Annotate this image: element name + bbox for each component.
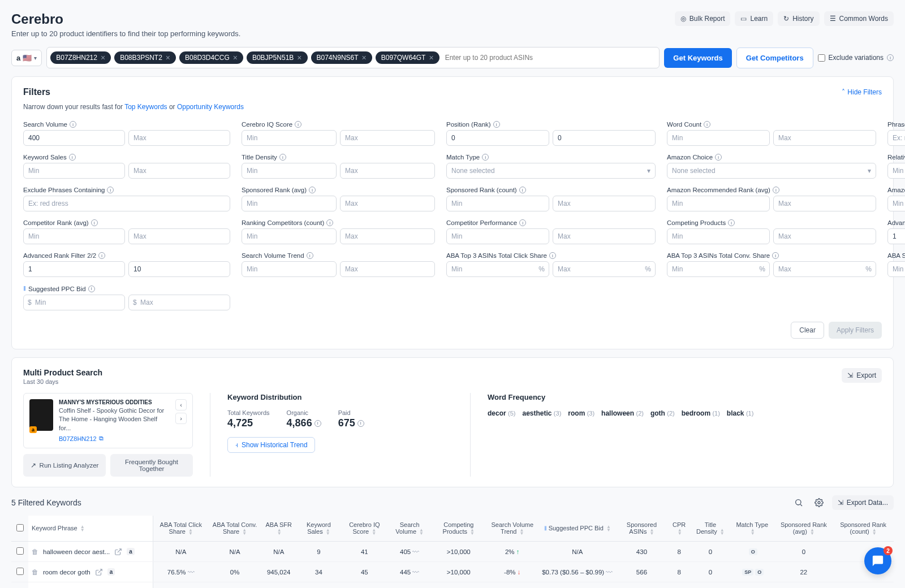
select-input[interactable]: None selected▾ <box>667 163 876 179</box>
freq-word[interactable]: room (3) <box>568 409 594 417</box>
marketplace-selector[interactable]: a 🇺🇸 ▾ <box>11 50 42 66</box>
min-input[interactable] <box>446 261 549 277</box>
get-competitors-button[interactable]: Get Competitors <box>736 47 813 68</box>
remove-chip-icon[interactable]: × <box>101 54 105 62</box>
min-input[interactable] <box>446 196 549 211</box>
column-header[interactable]: Keyword Sales ▲▼ <box>296 516 341 542</box>
select-all-checkbox[interactable] <box>16 524 24 531</box>
amazon-badge[interactable]: a <box>127 548 135 555</box>
column-header[interactable]: ABA Total Click Share ▲▼ <box>153 516 209 542</box>
freq-word[interactable]: black (1) <box>727 409 753 417</box>
min-input[interactable] <box>667 130 770 146</box>
max-input[interactable] <box>553 228 656 244</box>
min-input[interactable] <box>23 261 125 277</box>
exclude-variations-checkbox[interactable]: Exclude variations i <box>818 54 894 62</box>
min-input[interactable] <box>887 163 905 179</box>
chat-fab[interactable]: 2 <box>864 547 891 574</box>
max-input[interactable] <box>340 130 435 146</box>
remove-chip-icon[interactable]: × <box>297 54 301 62</box>
delete-icon[interactable]: 🗑 <box>32 569 38 576</box>
freq-word[interactable]: goth (2) <box>650 409 675 417</box>
max-input[interactable] <box>340 163 435 179</box>
column-header[interactable]: ABA SFR ▲▼ <box>261 516 296 542</box>
external-link-icon[interactable] <box>114 548 122 556</box>
export-button[interactable]: ⇲Export <box>842 368 882 383</box>
max-input[interactable] <box>128 163 230 179</box>
keyword-text[interactable]: room decor goth <box>43 569 90 576</box>
chart-icon[interactable]: 〰 <box>412 569 419 576</box>
opportunity-keywords-link[interactable]: Opportunity Keywords <box>177 103 244 111</box>
min-input[interactable] <box>242 228 337 244</box>
chart-icon[interactable]: 〰 <box>606 569 613 576</box>
remove-chip-icon[interactable]: × <box>429 54 433 62</box>
column-header[interactable]: Search Volume ▲▼ <box>388 516 431 542</box>
freq-word[interactable]: halloween (2) <box>601 409 644 417</box>
row-checkbox[interactable] <box>16 547 24 555</box>
hide-filters-toggle[interactable]: ˄Hide Filters <box>842 88 882 96</box>
column-header[interactable]: Sponsored Rank (avg) ▲▼ <box>775 516 833 542</box>
max-input[interactable] <box>553 261 656 277</box>
min-input[interactable] <box>23 228 125 244</box>
get-keywords-button[interactable]: Get Keywords <box>664 48 731 68</box>
column-header[interactable]: Cerebro IQ Score ▲▼ <box>341 516 389 542</box>
max-input[interactable] <box>773 261 876 277</box>
min-input[interactable] <box>242 163 337 179</box>
product-asin[interactable]: B07Z8HN212⧉ <box>59 435 170 442</box>
min-input[interactable] <box>887 261 905 277</box>
remove-chip-icon[interactable]: × <box>166 54 170 62</box>
max-input[interactable] <box>128 295 230 310</box>
column-header[interactable]: CPR ▲▼ <box>667 516 691 542</box>
max-input[interactable] <box>128 261 230 277</box>
text-input[interactable] <box>887 130 905 146</box>
external-link-icon[interactable] <box>95 568 103 576</box>
max-input[interactable] <box>340 261 435 277</box>
text-input[interactable] <box>23 196 230 211</box>
remove-chip-icon[interactable]: × <box>233 54 238 62</box>
export-data-button[interactable]: ⇲Export Data... <box>832 495 894 510</box>
copy-icon[interactable]: ⧉ <box>99 435 104 442</box>
freq-word[interactable]: aesthetic (3) <box>522 409 561 417</box>
min-input[interactable] <box>667 196 770 211</box>
column-header[interactable]: Competing Products ▲▼ <box>431 516 486 542</box>
column-header[interactable]: Title Density ▲▼ <box>691 516 730 542</box>
max-input[interactable] <box>553 196 656 211</box>
column-header[interactable]: ABA Total Conv. Share ▲▼ <box>209 516 261 542</box>
min-input[interactable] <box>242 130 337 146</box>
learn-button[interactable]: ▭Learn <box>735 11 773 26</box>
max-input[interactable] <box>773 130 876 146</box>
max-input[interactable] <box>553 130 656 146</box>
min-input[interactable] <box>446 130 549 146</box>
max-input[interactable] <box>773 196 876 211</box>
freq-word[interactable]: decor (5) <box>488 409 515 417</box>
history-button[interactable]: ↻History <box>778 11 819 26</box>
show-historical-trend-button[interactable]: ⫞Show Historical Trend <box>227 437 315 453</box>
keyword-text[interactable]: halloween decor aest... <box>43 548 110 555</box>
max-input[interactable] <box>773 228 876 244</box>
column-header[interactable]: ⦀ Suggested PPC Bid ▲▼ <box>538 516 616 542</box>
clear-filters-button[interactable]: Clear <box>791 322 824 339</box>
min-input[interactable] <box>242 261 337 277</box>
min-input[interactable] <box>23 295 125 310</box>
frequently-bought-button[interactable]: Frequently Bought Together <box>110 454 193 477</box>
remove-chip-icon[interactable]: × <box>362 54 367 62</box>
min-input[interactable] <box>667 261 770 277</box>
max-input[interactable] <box>340 196 435 211</box>
column-header[interactable]: Sponsored ASINs ▲▼ <box>616 516 667 542</box>
max-input[interactable] <box>128 130 230 146</box>
min-input[interactable] <box>242 196 337 211</box>
freq-word[interactable]: bedroom (1) <box>682 409 720 417</box>
delete-icon[interactable]: 🗑 <box>32 548 38 555</box>
select-input[interactable]: None selected▾ <box>446 163 656 179</box>
common-words-button[interactable]: ☰Common Words <box>824 11 894 26</box>
max-input[interactable] <box>340 228 435 244</box>
column-header[interactable]: Match Type ▲▼ <box>730 516 775 542</box>
max-input[interactable] <box>128 228 230 244</box>
search-icon-button[interactable] <box>791 495 806 510</box>
run-listing-analyzer-button[interactable]: ↗Run Listing Analyzer <box>23 454 106 477</box>
asin-input[interactable] <box>443 51 656 64</box>
column-header[interactable]: Keyword Phrase ▲▼ <box>28 516 153 542</box>
min-input[interactable] <box>23 163 125 179</box>
bulk-report-button[interactable]: ◎Bulk Report <box>675 11 731 26</box>
prev-product-button[interactable]: ‹ <box>175 399 187 410</box>
amazon-badge[interactable]: a <box>107 568 115 576</box>
